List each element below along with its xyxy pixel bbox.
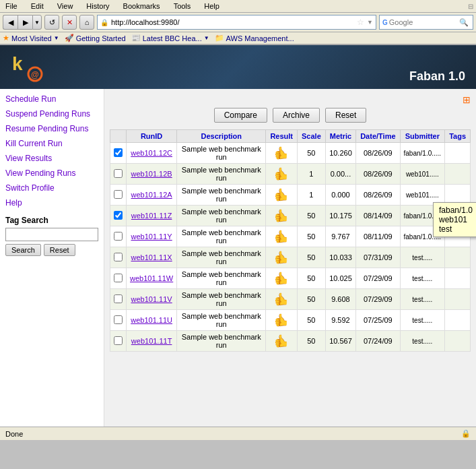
col-description[interactable]: Description xyxy=(177,130,266,143)
row-metric: 10.033 xyxy=(325,247,355,268)
row-checkbox-cell[interactable] xyxy=(110,331,127,352)
tag-search-input[interactable] xyxy=(5,228,98,241)
table-wrapper: RunID Description Result Scale Metric Da… xyxy=(110,129,471,352)
row-runid[interactable]: web101.12B xyxy=(127,164,177,185)
menu-help[interactable]: Help xyxy=(201,1,222,11)
row-scale: 1 xyxy=(298,185,326,206)
menu-view[interactable]: View xyxy=(55,1,76,11)
reset-button[interactable]: Reset xyxy=(325,108,366,123)
row-checkbox[interactable] xyxy=(114,169,123,178)
row-checkbox[interactable] xyxy=(114,315,123,324)
row-runid[interactable]: web101.12A xyxy=(127,185,177,206)
col-datetime[interactable]: Date/Time xyxy=(356,130,400,143)
row-checkbox-cell[interactable] xyxy=(110,226,127,247)
sidebar-item-switch-profile[interactable]: Switch Profile xyxy=(5,183,98,193)
row-checkbox-cell[interactable] xyxy=(110,143,127,164)
menu-history[interactable]: History xyxy=(83,1,112,11)
row-checkbox[interactable] xyxy=(114,211,123,220)
row-result: 👍 xyxy=(266,331,298,352)
dropdown-icon[interactable]: ▼ xyxy=(367,19,373,26)
forward-button[interactable]: ▶ xyxy=(18,15,32,30)
row-scale: 50 xyxy=(298,206,326,226)
row-runid[interactable]: web101.11Z xyxy=(127,206,177,226)
row-runid[interactable]: web101.11Y xyxy=(127,226,177,247)
col-tags[interactable]: Tags xyxy=(445,130,471,143)
tag-search-button[interactable]: Search xyxy=(5,244,41,256)
row-submitter: test..... xyxy=(400,289,445,310)
star-icon[interactable]: ☆ xyxy=(357,18,364,27)
sidebar-item-view-results[interactable]: View Results xyxy=(5,154,98,163)
row-checkbox-cell[interactable] xyxy=(110,289,127,310)
row-metric: 10.175 xyxy=(325,206,355,226)
row-checkbox[interactable] xyxy=(114,294,123,303)
row-runid[interactable]: web101.11T xyxy=(127,331,177,352)
row-tags[interactable] xyxy=(445,143,471,164)
bookmark-most-visited[interactable]: ★ Most Visited ▼ xyxy=(3,34,59,42)
archive-button[interactable]: Archive xyxy=(273,108,320,123)
row-tags[interactable] xyxy=(445,331,471,352)
row-checkbox[interactable] xyxy=(114,148,123,157)
row-runid[interactable]: web101.11V xyxy=(127,289,177,310)
row-checkbox[interactable] xyxy=(114,274,123,282)
row-datetime: 08/11/09 xyxy=(356,226,400,247)
bookmark-getting-started[interactable]: 🚀 Getting Started xyxy=(65,34,126,42)
row-checkbox[interactable] xyxy=(114,336,123,345)
status-text: Done xyxy=(5,430,23,438)
bookmark-aws[interactable]: 📁 AWS Management... xyxy=(215,34,294,42)
address-input[interactable] xyxy=(111,18,354,26)
tag-reset-button[interactable]: Reset xyxy=(44,244,75,256)
home-button[interactable]: ⌂ xyxy=(79,15,94,30)
sidebar-item-view-pending[interactable]: View Pending Runs xyxy=(5,168,98,178)
compare-button[interactable]: Compare xyxy=(214,108,267,123)
row-datetime: 08/26/09 xyxy=(356,164,400,185)
stop-button[interactable]: ✕ xyxy=(62,15,77,30)
bookmark-bbc[interactable]: 📰 Latest BBC Hea... ▼ xyxy=(131,34,209,42)
row-checkbox-cell[interactable] xyxy=(110,185,127,206)
forward-dropdown[interactable]: ▼ xyxy=(32,15,42,30)
row-tags[interactable] xyxy=(445,310,471,331)
google-search-button[interactable]: 🔍 xyxy=(458,18,470,27)
col-result[interactable]: Result xyxy=(266,130,298,143)
row-datetime: 07/29/09 xyxy=(356,268,400,289)
sidebar-item-schedule-run[interactable]: Schedule Run xyxy=(5,94,98,104)
row-tags[interactable] xyxy=(445,247,471,268)
google-search-bar[interactable]: G 🔍 xyxy=(379,15,473,30)
row-tags[interactable] xyxy=(445,268,471,289)
sidebar-item-resume-pending[interactable]: Resume Pending Runs xyxy=(5,124,98,133)
tag-search-buttons: Search Reset xyxy=(5,244,98,256)
row-runid[interactable]: web101.11U xyxy=(127,310,177,331)
col-runid[interactable]: RunID xyxy=(127,130,177,143)
row-datetime: 08/26/09 xyxy=(356,185,400,206)
sidebar-item-suspend-pending[interactable]: Suspend Pending Runs xyxy=(5,109,98,119)
reload-button[interactable]: ↺ xyxy=(44,15,59,30)
row-checkbox-cell[interactable] xyxy=(110,247,127,268)
col-scale[interactable]: Scale xyxy=(298,130,326,143)
row-checkbox-cell[interactable] xyxy=(110,268,127,289)
row-checkbox[interactable] xyxy=(114,253,123,261)
row-checkbox-cell[interactable] xyxy=(110,206,127,226)
rss-icon[interactable]: ⊞ xyxy=(463,94,471,105)
google-search-input[interactable] xyxy=(389,18,456,26)
row-tags[interactable] xyxy=(445,289,471,310)
menu-tools[interactable]: Tools xyxy=(171,1,194,11)
row-submitter: faban/1.0..... xyxy=(400,143,445,164)
sidebar-item-help[interactable]: Help xyxy=(5,198,98,208)
row-checkbox[interactable] xyxy=(114,190,123,199)
row-checkbox-cell[interactable] xyxy=(110,310,127,331)
row-tags[interactable] xyxy=(445,164,471,185)
address-bar[interactable]: 🔒 ☆ ▼ xyxy=(97,15,376,30)
col-checkbox xyxy=(110,130,127,143)
col-submitter[interactable]: Submitter xyxy=(400,130,445,143)
menu-edit[interactable]: Edit xyxy=(28,1,46,11)
menu-file[interactable]: File xyxy=(3,1,20,11)
menu-bookmarks[interactable]: Bookmarks xyxy=(121,1,163,11)
row-checkbox-cell[interactable] xyxy=(110,164,127,185)
row-runid[interactable]: web101.11X xyxy=(127,247,177,268)
bbc-label: Latest BBC Hea... xyxy=(143,34,202,42)
row-checkbox[interactable] xyxy=(114,232,123,241)
row-runid[interactable]: web101.11W xyxy=(127,268,177,289)
row-runid[interactable]: web101.12C xyxy=(127,143,177,164)
col-metric[interactable]: Metric xyxy=(325,130,355,143)
sidebar-item-kill-current[interactable]: Kill Current Run xyxy=(5,139,98,148)
back-button[interactable]: ◀ xyxy=(3,15,18,30)
